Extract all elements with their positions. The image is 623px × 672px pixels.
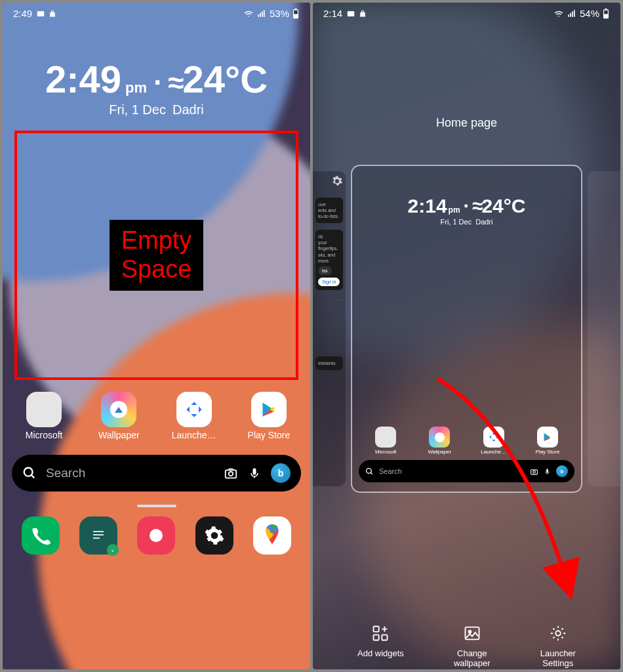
more-icon[interactable]: ⋯: [315, 297, 343, 304]
camera-icon[interactable]: [224, 466, 238, 480]
search-icon: [365, 467, 374, 476]
svg-rect-24: [382, 635, 388, 640]
svg-point-28: [468, 631, 471, 633]
svg-point-7: [229, 472, 233, 476]
svg-point-4: [24, 468, 33, 476]
mic-icon: [544, 467, 551, 476]
dock: [3, 516, 310, 555]
dock-notes[interactable]: [79, 516, 117, 555]
svg-line-18: [371, 472, 372, 474]
svg-rect-15: [605, 9, 607, 10]
camera-icon: [530, 467, 538, 476]
clock-time: 2:49: [45, 57, 121, 101]
app-launcher: Launche…: [474, 427, 513, 455]
svg-rect-22: [374, 626, 379, 631]
svg-rect-27: [465, 627, 479, 639]
bag-icon: [359, 9, 367, 18]
temperature: 24°C: [182, 57, 268, 101]
dock-settings[interactable]: [195, 516, 233, 555]
svg-rect-2: [294, 9, 296, 10]
empty-space-label: Empty Space: [110, 220, 204, 290]
play-store-icon: [251, 392, 287, 427]
app-wallpaper: Wallpaper: [420, 427, 459, 455]
feed-card: ds your fingertips. sks, and more. issSi…: [315, 230, 343, 290]
svg-point-20: [533, 471, 536, 473]
wallpaper-icon: [101, 392, 136, 427]
clock-location: Dadri: [172, 102, 204, 117]
dock-maps[interactable]: [253, 516, 291, 555]
next-page-preview[interactable]: [588, 171, 620, 486]
mic-icon[interactable]: [247, 466, 262, 480]
app-launcher[interactable]: Launche…: [165, 392, 224, 440]
app-play-store[interactable]: Play Store: [239, 392, 298, 440]
status-time: 2:49: [13, 8, 32, 19]
launcher-icon: [176, 392, 212, 427]
change-wallpaper-button[interactable]: Change wallpaper: [454, 623, 491, 669]
bag-icon: [49, 9, 57, 18]
svg-rect-16: [604, 10, 608, 14]
feed-page-preview[interactable]: oon ents and to-do lists. ds your finger…: [313, 171, 346, 486]
clock-weather-widget[interactable]: 2:49pm · ≈ 24°C Fri, 1 Dec Dadri: [3, 57, 310, 117]
svg-rect-21: [546, 469, 548, 472]
gear-icon[interactable]: [331, 175, 343, 187]
app-label: Microsoft: [26, 430, 63, 440]
svg-rect-13: [348, 10, 355, 16]
page-title: Home page: [313, 116, 620, 130]
wifi-icon: [553, 9, 564, 18]
feed-card: oon ents and to-do lists.: [315, 198, 343, 223]
status-bar: 2:14 54%: [313, 3, 620, 24]
battery-percent: 54%: [580, 8, 599, 19]
bing-icon[interactable]: b: [271, 463, 291, 483]
widgets-icon: [371, 623, 390, 643]
dismiss-button[interactable]: iss: [318, 266, 332, 275]
clock-weather-widget-preview: 2:14pm · ≈ 24°C Fri, 1 DecDadri: [359, 195, 574, 226]
gear-icon: [548, 623, 568, 643]
svg-rect-8: [253, 469, 256, 475]
editor-actions: Add widgets Change wallpaper Launcher Se…: [313, 623, 620, 669]
sign-in-button[interactable]: Sign in: [318, 278, 340, 286]
dock-camera[interactable]: [137, 516, 175, 555]
search-icon: [22, 466, 37, 480]
feed-card: intments: [315, 356, 343, 370]
preview-search-bar: Search b: [359, 460, 574, 482]
wifi-icon: [243, 9, 254, 18]
app-label: Launche…: [172, 430, 216, 440]
battery-icon: [602, 9, 610, 19]
separator-dot: ·: [153, 66, 161, 99]
home-page-preview[interactable]: 2:14pm · ≈ 24°C Fri, 1 DecDadri Microsof…: [351, 165, 582, 493]
home-indicator[interactable]: [137, 505, 176, 507]
app-play-store: Play Store: [528, 427, 567, 455]
battery-icon: [292, 9, 300, 19]
svg-point-17: [367, 468, 372, 473]
status-bar: 2:49 53%: [3, 3, 310, 24]
battery-percent: 53%: [270, 8, 289, 19]
bing-icon: b: [556, 465, 568, 477]
status-time: 2:14: [323, 8, 342, 19]
pages-carousel[interactable]: oon ents and to-do lists. ds your finger…: [313, 161, 620, 496]
search-placeholder: Search: [46, 466, 214, 480]
signal-icon: [256, 9, 267, 18]
dock-phone[interactable]: [22, 516, 60, 555]
svg-line-5: [31, 475, 35, 478]
search-bar[interactable]: Search b: [12, 455, 301, 492]
launcher-settings-button[interactable]: Launcher Settings: [540, 623, 576, 669]
app-wallpaper[interactable]: Wallpaper: [89, 392, 148, 440]
clock-date: Fri, 1 Dec: [109, 102, 166, 117]
empty-space-annotation[interactable]: Empty Space: [14, 131, 298, 380]
fog-icon: ≈: [168, 66, 178, 99]
launcher-edit-screen: 2:14 54% Home page oon ents and to-do li…: [313, 3, 620, 669]
add-widgets-button[interactable]: Add widgets: [357, 623, 404, 669]
home-screen: 2:49 53% 2:49pm · ≈ 24°C Fri, 1 Dec Dadr…: [3, 3, 310, 669]
svg-rect-0: [37, 10, 45, 16]
preview-app-row: Microsoft Wallpaper Launche… Play Store: [359, 427, 574, 455]
svg-rect-23: [374, 635, 379, 640]
svg-point-12: [270, 528, 274, 533]
folder-icon: [26, 392, 62, 427]
image-icon: [36, 9, 45, 18]
image-icon: [462, 623, 482, 643]
app-row: Microsoft Wallpaper Launche… Play Store: [7, 392, 306, 440]
app-microsoft-folder[interactable]: Microsoft: [14, 392, 73, 440]
app-label: Wallpaper: [98, 430, 140, 440]
app-microsoft-folder: Microsoft: [366, 427, 405, 455]
clock-ampm: pm: [125, 79, 147, 96]
